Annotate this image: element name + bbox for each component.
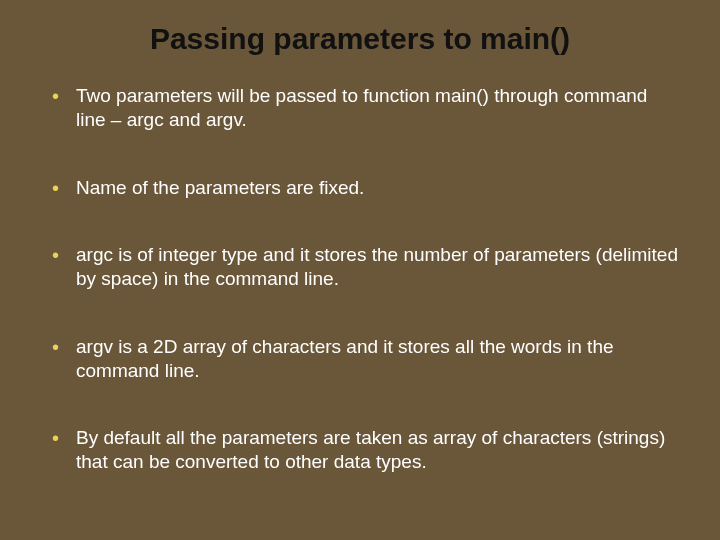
bullet-item: Name of the parameters are fixed. [46, 176, 680, 200]
slide-title: Passing parameters to main() [40, 22, 680, 56]
bullet-item: argv is a 2D array of characters and it … [46, 335, 680, 383]
bullet-item: argc is of integer type and it stores th… [46, 243, 680, 291]
bullet-list: Two parameters will be passed to functio… [40, 84, 680, 474]
bullet-item: Two parameters will be passed to functio… [46, 84, 680, 132]
bullet-item: By default all the parameters are taken … [46, 426, 680, 474]
